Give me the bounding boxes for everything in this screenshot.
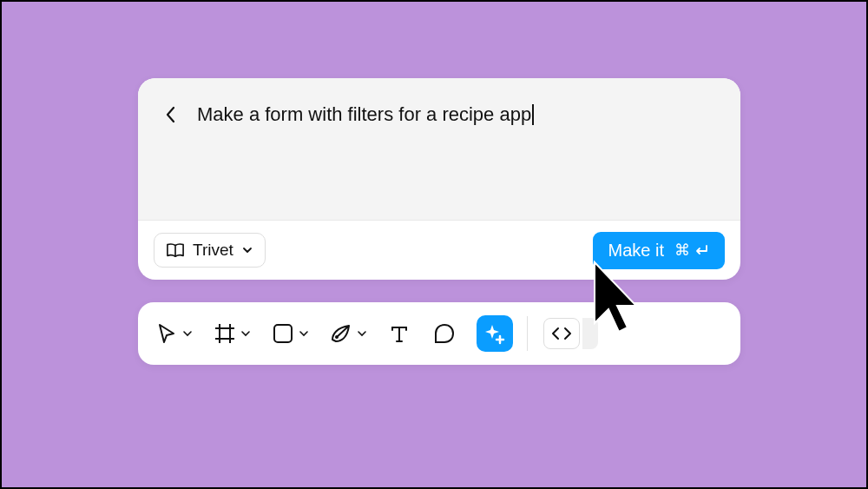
pen-tool-group — [328, 320, 367, 347]
rectangle-icon — [272, 322, 294, 345]
toolbar-divider — [527, 316, 528, 351]
shape-tool-group — [270, 320, 309, 347]
text-cursor — [532, 104, 534, 125]
project-name: Trivet — [193, 241, 233, 260]
pen-dropdown[interactable] — [357, 328, 367, 339]
shape-dropdown[interactable] — [299, 328, 309, 339]
frame-tool-group — [212, 320, 251, 347]
prompt-card: Make a form with filters for a recipe ap… — [138, 78, 740, 280]
dev-mode-section — [543, 318, 598, 349]
pen-icon — [329, 322, 353, 345]
prompt-text[interactable]: Make a form with filters for a recipe ap… — [197, 102, 534, 128]
svg-point-1 — [335, 335, 339, 339]
shape-tool[interactable] — [270, 320, 296, 347]
select-tool-group — [154, 320, 193, 347]
make-it-button[interactable]: Make it ⌘ — [593, 232, 725, 269]
dev-mode-button[interactable] — [543, 318, 580, 349]
frame-icon — [214, 322, 236, 345]
dev-mode-toggle[interactable] — [582, 318, 598, 349]
text-tool-group — [386, 320, 412, 347]
select-dropdown[interactable] — [182, 328, 193, 339]
select-tool[interactable] — [154, 320, 180, 347]
chevron-down-icon — [242, 245, 253, 255]
sparkle-plus-icon — [483, 322, 506, 345]
chevron-down-icon — [299, 330, 308, 337]
book-icon — [167, 242, 184, 258]
frame-dropdown[interactable] — [240, 328, 251, 339]
back-button[interactable] — [164, 104, 178, 125]
prompt-text-content: Make a form with filters for a recipe ap… — [197, 103, 531, 125]
chevron-down-icon — [358, 330, 366, 337]
select-icon — [156, 322, 177, 345]
make-it-label: Make it — [608, 241, 664, 261]
enter-icon — [694, 244, 709, 256]
prompt-input-area[interactable]: Make a form with filters for a recipe ap… — [138, 78, 740, 221]
frame-tool[interactable] — [212, 320, 238, 347]
comment-icon — [433, 322, 456, 345]
toolbar — [138, 302, 740, 365]
chevron-down-icon — [241, 330, 250, 337]
comment-tool-group — [431, 320, 457, 347]
pen-tool[interactable] — [328, 320, 354, 347]
chevron-left-icon — [166, 106, 176, 123]
code-icon — [551, 327, 572, 340]
text-icon — [389, 323, 410, 344]
svg-rect-0 — [274, 325, 292, 342]
chevron-down-icon — [183, 330, 192, 337]
text-tool[interactable] — [386, 320, 412, 347]
ai-tool-button[interactable] — [477, 315, 513, 352]
project-selector[interactable]: Trivet — [154, 233, 266, 268]
comment-tool[interactable] — [431, 320, 457, 347]
prompt-footer: Trivet Make it ⌘ — [138, 221, 740, 280]
keyboard-shortcut: ⌘ — [674, 241, 709, 260]
